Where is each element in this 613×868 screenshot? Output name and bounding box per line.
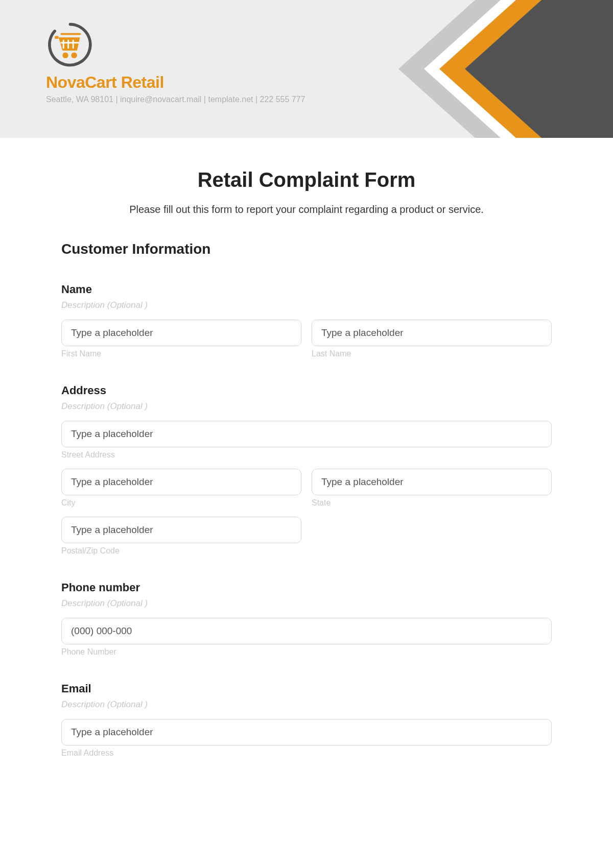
cart-logo-icon <box>46 20 95 69</box>
svg-rect-5 <box>61 33 81 35</box>
phone-description: Description (Optional ) <box>61 598 552 609</box>
header-content: NovaCart Retail Seattle, WA 98101 | inqu… <box>46 20 305 104</box>
first-name-sublabel: First Name <box>61 349 301 358</box>
svg-point-11 <box>71 53 77 58</box>
last-name-sublabel: Last Name <box>312 349 552 358</box>
form-subtitle: Please fill out this form to report your… <box>61 204 552 215</box>
svg-marker-0 <box>398 0 613 138</box>
name-label: Name <box>61 283 552 296</box>
header-chevron-graphic <box>255 0 613 138</box>
zip-input[interactable] <box>61 517 301 543</box>
form-content: Retail Complaint Form Please fill out th… <box>0 138 613 758</box>
form-title: Retail Complaint Form <box>61 168 552 191</box>
address-description: Description (Optional ) <box>61 401 552 412</box>
address-label: Address <box>61 384 552 397</box>
zip-sublabel: Postal/Zip Code <box>61 546 301 556</box>
street-sublabel: Street Address <box>61 450 552 460</box>
section-customer-info: Customer Information <box>61 241 552 257</box>
page-header: NovaCart Retail Seattle, WA 98101 | inqu… <box>0 0 613 138</box>
email-input[interactable] <box>61 719 552 745</box>
field-group-phone: Phone number Description (Optional ) Pho… <box>61 581 552 657</box>
logo-block: NovaCart Retail Seattle, WA 98101 | inqu… <box>46 20 305 104</box>
phone-label: Phone number <box>61 581 552 594</box>
phone-sublabel: Phone Number <box>61 647 552 657</box>
svg-marker-2 <box>439 0 613 138</box>
city-sublabel: City <box>61 498 301 508</box>
phone-input[interactable] <box>61 618 552 644</box>
email-label: Email <box>61 682 552 695</box>
svg-marker-3 <box>465 0 613 138</box>
state-sublabel: State <box>312 498 552 508</box>
street-address-input[interactable] <box>61 421 552 447</box>
svg-point-10 <box>62 53 68 58</box>
first-name-input[interactable] <box>61 320 301 346</box>
name-description: Description (Optional ) <box>61 300 552 310</box>
last-name-input[interactable] <box>312 320 552 346</box>
email-description: Description (Optional ) <box>61 700 552 710</box>
city-input[interactable] <box>61 469 301 495</box>
field-group-email: Email Description (Optional ) Email Addr… <box>61 682 552 758</box>
state-input[interactable] <box>312 469 552 495</box>
field-group-name: Name Description (Optional ) First Name … <box>61 283 552 358</box>
field-group-address: Address Description (Optional ) Street A… <box>61 384 552 556</box>
email-sublabel: Email Address <box>61 749 552 758</box>
svg-rect-4 <box>55 36 59 39</box>
brand-info: Seattle, WA 98101 | inquire@novacart.mai… <box>46 95 305 104</box>
svg-marker-1 <box>424 0 613 138</box>
brand-name: NovaCart Retail <box>46 73 305 92</box>
